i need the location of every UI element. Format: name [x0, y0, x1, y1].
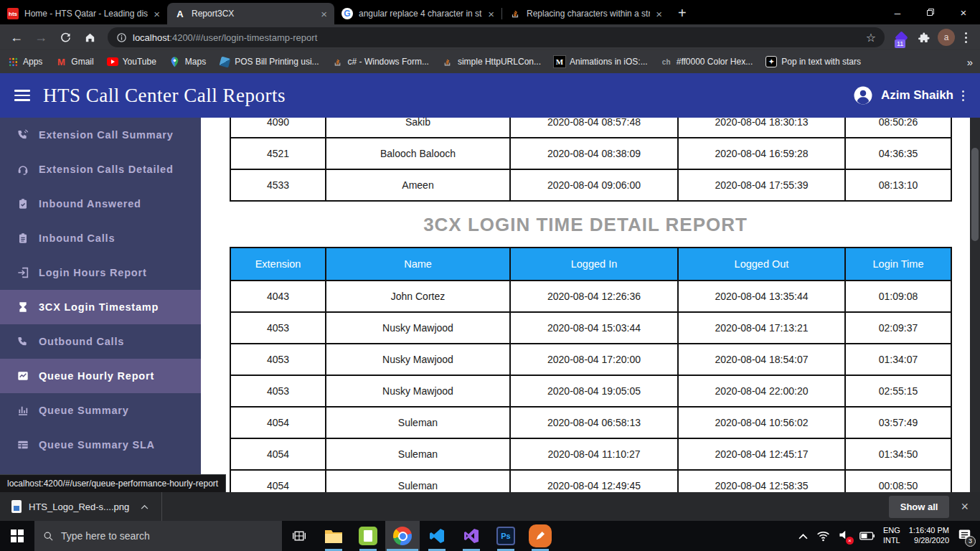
refresh-icon[interactable]	[55, 27, 76, 48]
table-row: 4090Sakib2020-08-04 08:57:482020-08-04 1…	[230, 118, 951, 138]
sidebar-item-label: Login Hours Report	[39, 267, 147, 278]
bookmark-httpurlcon[interactable]: simple HttpURLCon...	[442, 56, 541, 67]
start-button[interactable]	[0, 521, 34, 551]
close-window-button[interactable]: ×	[947, 0, 980, 24]
chart-bar-icon	[17, 405, 29, 416]
bookmark-star-icon[interactable]: ☆	[866, 31, 876, 44]
tab-report3cx[interactable]: A Report3CX ×	[167, 3, 334, 24]
sidebar-item-outbound-calls[interactable]: Outbound Calls	[0, 324, 201, 359]
bookmark-csharp-winforms[interactable]: c# - Windows Form...	[332, 56, 429, 67]
tab-stackoverflow[interactable]: Replacing characters within a stri ×	[502, 3, 669, 24]
tab-close-icon[interactable]: ×	[488, 9, 494, 19]
search-icon	[43, 531, 54, 542]
bookmarks-overflow-chevron[interactable]: »	[967, 56, 973, 68]
table-cell: 4053	[230, 344, 326, 375]
column-header: Logged Out	[678, 248, 845, 281]
forward-icon[interactable]: →	[30, 27, 52, 48]
bookmark-gmail[interactable]: M Gmail	[55, 56, 93, 67]
wifi-icon[interactable]	[816, 531, 830, 542]
home-icon[interactable]	[79, 27, 100, 48]
table-cell: 2020-08-04 13:35:44	[678, 281, 845, 312]
taskbar-search-box[interactable]: Type here to search	[34, 521, 282, 551]
tab-google-search[interactable]: G angular replace 4 character in stri ×	[334, 3, 501, 24]
hidden-icons-chevron-icon[interactable]	[798, 533, 808, 540]
extension-icon[interactable]: 11	[892, 27, 910, 48]
sidebar-item-queue-summary-sla[interactable]: Queue Summary SLA	[0, 428, 201, 462]
volume-muted-icon[interactable]: ×	[839, 529, 851, 543]
bookmark-medium-animations[interactable]: M Animations in iOS:...	[554, 56, 648, 67]
chevron-up-icon[interactable]	[141, 504, 149, 509]
previous-report-table: 4090Sakib2020-08-04 08:57:482020-08-04 1…	[230, 118, 952, 202]
table-cell: 02:55:15	[845, 375, 951, 407]
bookmark-label: c# - Windows Form...	[348, 57, 429, 67]
table-cell: 2020-08-04 09:06:00	[510, 169, 678, 201]
chrome-button[interactable]	[385, 521, 420, 551]
sidebar-item-inbound-calls[interactable]: Inbound Calls	[0, 221, 201, 255]
action-center-icon[interactable]: 3	[958, 529, 971, 544]
url-text[interactable]: localhost:4200/#/user/login-timestamp-re…	[133, 32, 860, 43]
stackoverflow-icon	[442, 56, 453, 67]
download-item[interactable]: HTS_Logo_Red-s....png	[11, 500, 149, 513]
vertical-scrollbar[interactable]	[970, 118, 980, 492]
table-cell: 01:34:07	[845, 344, 951, 375]
tab-close-icon[interactable]: ×	[656, 9, 662, 19]
tab-close-icon[interactable]: ×	[154, 9, 160, 19]
apps-grid-icon	[7, 56, 19, 67]
battery-icon[interactable]	[859, 532, 875, 540]
user-name[interactable]: Azim Shaikh	[881, 88, 953, 103]
sidebar-item-extension-calls-detailed[interactable]: Extension Calls Detailed	[0, 152, 201, 187]
angular-favicon-icon: A	[174, 8, 186, 19]
table-cell: 2020-08-04 08:38:09	[510, 138, 678, 169]
photoshop-button[interactable]: Ps	[489, 521, 523, 551]
bookmark-pop-text-stars[interactable]: ✦ Pop in text with stars	[765, 56, 861, 67]
language-indicator[interactable]: ENG INTL	[883, 526, 900, 546]
bookmark-maps[interactable]: Maps	[169, 56, 206, 67]
address-bar[interactable]: localhost:4200/#/user/login-timestamp-re…	[108, 27, 885, 47]
sidebar-item-queue-summary[interactable]: Queue Summary	[0, 393, 201, 428]
orange-pen-app-button[interactable]	[523, 521, 557, 551]
table-cell: Nusky Mawjood	[326, 344, 510, 375]
task-view-button[interactable]	[282, 521, 316, 551]
column-header: Extension	[230, 248, 326, 281]
table-cell: Suleman	[326, 407, 510, 438]
back-icon[interactable]: ←	[6, 27, 27, 48]
minimize-button[interactable]: –	[881, 0, 914, 24]
new-tab-button[interactable]: +	[678, 5, 687, 22]
extensions-puzzle-icon[interactable]	[913, 27, 935, 48]
table-cell: 2020-08-04 22:00:20	[678, 375, 845, 407]
sidebar-item-queue-hourly-report[interactable]: Queue Hourly Report	[0, 359, 201, 393]
close-download-bar-icon[interactable]: ×	[961, 499, 969, 514]
restore-button[interactable]	[914, 0, 947, 24]
tab-title: angular replace 4 character in stri	[359, 9, 482, 19]
bookmark-youtube[interactable]: YouTube	[107, 56, 156, 67]
sidebar-item-3cx-login-timestamp[interactable]: 3CX Login Timestamp	[0, 290, 201, 324]
profile-avatar[interactable]: a	[938, 29, 955, 46]
table-cell: Ameen	[326, 169, 510, 201]
table-cell: 4054	[230, 470, 326, 492]
bookmark-color-hex[interactable]: ch #ff0000 Color Hex...	[661, 56, 753, 67]
bookmark-apps[interactable]: Apps	[7, 56, 42, 67]
tab-hts-home[interactable]: hts Home - HTS Qatar - Leading distri ×	[0, 3, 167, 24]
visual-studio-button[interactable]	[454, 521, 489, 551]
bookmark-pos-printing[interactable]: POS Bill Printing usi...	[219, 56, 319, 67]
vscode-button[interactable]	[420, 521, 454, 551]
sidebar-item-extension-call-summary[interactable]: Extension Call Summary	[0, 118, 201, 152]
table-cell: 02:09:37	[845, 312, 951, 344]
clipboard-check-icon	[17, 198, 29, 209]
scrollbar-thumb[interactable]	[971, 148, 979, 241]
hamburger-menu-icon[interactable]	[14, 90, 30, 101]
sidebar-item-inbound-answered[interactable]: Inbound Answered	[0, 187, 201, 221]
notepad-plus-plus-button[interactable]	[351, 521, 385, 551]
user-circle-icon	[852, 85, 874, 106]
site-info-icon[interactable]	[116, 32, 127, 43]
clock[interactable]: 1:16:40 PM 9/28/2020	[909, 526, 949, 546]
mute-badge: ×	[846, 537, 854, 545]
browser-menu-icon[interactable]	[958, 29, 974, 46]
show-all-button[interactable]: Show all	[889, 496, 950, 518]
file-explorer-button[interactable]	[316, 521, 351, 551]
header-menu-icon[interactable]	[961, 89, 966, 103]
table-row: 4053Nusky Mawjood2020-08-04 19:05:052020…	[230, 375, 951, 407]
bookmark-label: POS Bill Printing usi...	[235, 57, 319, 67]
tab-close-icon[interactable]: ×	[321, 9, 327, 19]
sidebar-item-login-hours-report[interactable]: Login Hours Report	[0, 255, 201, 290]
